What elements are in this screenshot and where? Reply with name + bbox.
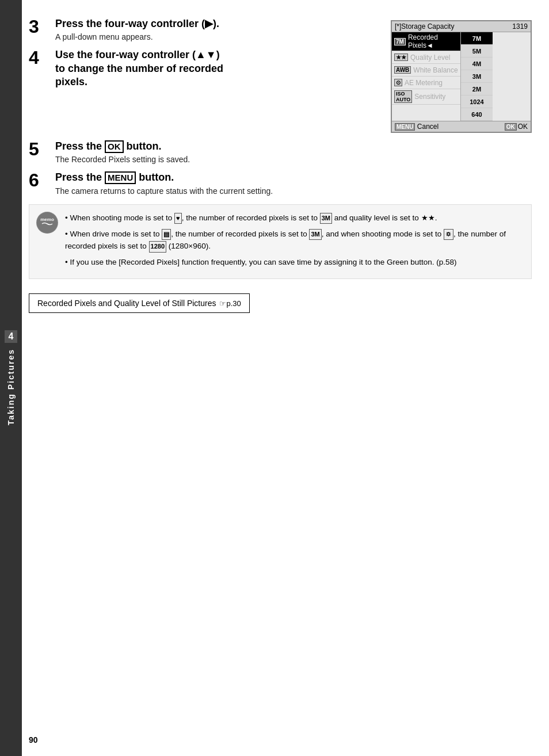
- memo-list: When shooting mode is set to ♥, the numb…: [65, 212, 524, 269]
- camera-lcd-menu: [*]Storage Capacity 1319 7M Recorded Pix…: [391, 20, 532, 133]
- lcd-right-panel: 7M 5M 4M 3M 2M 1024 640: [461, 32, 493, 121]
- step-3: 3 Press the four-way controller (▶). A p…: [29, 17, 379, 41]
- sidebar: 4 Taking Pictures: [0, 0, 22, 756]
- step-3-title: Press the four-way controller (▶).: [55, 17, 379, 30]
- lcd-footer-cancel: MENU Cancel: [395, 123, 439, 131]
- lcd-header: [*]Storage Capacity 1319: [392, 21, 531, 32]
- 1280-box: 1280: [149, 241, 166, 253]
- step-5-number: 5: [29, 140, 51, 158]
- lcd-label-stars: ★★: [394, 54, 408, 61]
- step-4: 4 Use the four-way controller (▲▼)to cha…: [29, 48, 379, 89]
- step-3-number: 3: [29, 17, 51, 36]
- 3m-box-2: 3M: [309, 229, 321, 240]
- main-content: 3 Press the four-way controller (▶). A p…: [29, 17, 532, 313]
- lcd-header-label: [*]Storage Capacity: [395, 22, 454, 30]
- step-5: 5 Press the OK button. The Recorded Pixe…: [29, 140, 532, 164]
- lcd-text-white-balance: White Balance: [413, 66, 458, 74]
- step-6-title: Press the MENU button.: [55, 171, 532, 184]
- lcd-right-640: 640: [461, 108, 493, 121]
- lcd-right-5m: 5M: [461, 45, 493, 58]
- star-star: ★★: [421, 213, 435, 222]
- lcd-right-4m: 4M: [461, 58, 493, 70]
- step-4-content: Use the four-way controller (▲▼)to chang…: [55, 48, 379, 89]
- lcd-right-2m: 2M: [461, 83, 493, 96]
- lcd-row-sensitivity: ISOAUTO Sensitivity: [392, 89, 460, 105]
- lcd-row-white-balance: AWB White Balance: [392, 64, 460, 77]
- step-6-body: The camera returns to capture status wit…: [55, 186, 532, 196]
- lcd-footer-ok: OK OK: [505, 123, 528, 131]
- menu-box: MENU: [105, 171, 136, 184]
- lcd-right-1024: 1024: [461, 96, 493, 108]
- lcd-text-recorded-pixels: Recorded Pixels◄: [408, 33, 458, 49]
- lcd-left-panel: 7M Recorded Pixels◄ ★★ Quality Level AWB…: [392, 32, 461, 121]
- sidebar-chapter-label: Taking Pictures: [6, 349, 16, 425]
- lcd-right-7m: 7M: [461, 32, 493, 45]
- step-6: 6 Press the MENU button. The camera retu…: [29, 171, 532, 195]
- step-6-content: Press the MENU button. The camera return…: [55, 171, 532, 195]
- step-3-content: Press the four-way controller (▶). A pul…: [55, 17, 379, 41]
- lcd-label-awb: AWB: [394, 66, 411, 74]
- sidebar-chapter-number: 4: [5, 330, 17, 343]
- ok-box: OK: [105, 140, 124, 153]
- step-6-number: 6: [29, 171, 51, 189]
- scene-icon: ⛭: [444, 229, 453, 240]
- lcd-display: [*]Storage Capacity 1319 7M Recorded Pix…: [391, 20, 532, 133]
- lcd-right-3m: 3M: [461, 70, 493, 83]
- memo-icon: memo: [36, 212, 59, 234]
- heart-mode-icon: ♥: [174, 213, 182, 224]
- reference-text: Recorded Pixels and Quality Level of Sti…: [37, 299, 216, 308]
- lcd-row-ae-metering: ⊙ AE Metering: [392, 77, 460, 89]
- lcd-text-quality-level: Quality Level: [410, 54, 450, 62]
- step-5-content: Press the OK button. The Recorded Pixels…: [55, 140, 532, 164]
- lcd-footer: MENU Cancel OK OK: [392, 121, 531, 132]
- lcd-text-sensitivity: Sensitivity: [414, 93, 445, 101]
- lcd-label-iso: ISOAUTO: [394, 90, 412, 103]
- lcd-body: 7M Recorded Pixels◄ ★★ Quality Level AWB…: [392, 32, 531, 121]
- svg-point-0: [37, 212, 58, 233]
- page-number: 90: [29, 735, 38, 744]
- drive-icon: ▤: [162, 229, 171, 240]
- lcd-text-ae-metering: AE Metering: [405, 79, 443, 87]
- lcd-row-recorded-pixels: 7M Recorded Pixels◄: [392, 32, 460, 51]
- step-5-title: Press the OK button.: [55, 140, 532, 153]
- step-4-number: 4: [29, 48, 51, 67]
- step-4-title: Use the four-way controller (▲▼)to chang…: [55, 48, 379, 89]
- reference-box: Recorded Pixels and Quality Level of Sti…: [29, 293, 250, 313]
- lcd-row-quality-level: ★★ Quality Level: [392, 51, 460, 64]
- memo-section: memo When shooting mode is set to ♥, the…: [29, 204, 532, 280]
- lcd-label-ae: ⊙: [394, 79, 402, 86]
- lcd-header-count: 1319: [512, 22, 528, 30]
- memo-bullet-3: If you use the [Recorded Pixels] functio…: [65, 256, 524, 269]
- reference-page: ☞p.30: [219, 299, 241, 308]
- 3m-box-1: 3M: [320, 213, 332, 224]
- step-5-body: The Recorded Pixels setting is saved.: [55, 155, 532, 164]
- steps-3-4-section: 3 Press the four-way controller (▶). A p…: [29, 17, 532, 133]
- memo-content: When shooting mode is set to ♥, the numb…: [65, 212, 524, 272]
- svg-text:memo: memo: [40, 217, 54, 222]
- lcd-label-7m: 7M: [394, 38, 406, 45]
- memo-bullet-2: When drive mode is set to ▤, the number …: [65, 228, 524, 253]
- step-3-body: A pull-down menu appears.: [55, 32, 379, 41]
- lcd-ok-btn-label: OK: [505, 123, 517, 131]
- memo-bullet-1: When shooting mode is set to ♥, the numb…: [65, 212, 524, 224]
- steps-3-4-text: 3 Press the four-way controller (▶). A p…: [29, 17, 379, 96]
- memo-icon-image: memo: [36, 212, 58, 234]
